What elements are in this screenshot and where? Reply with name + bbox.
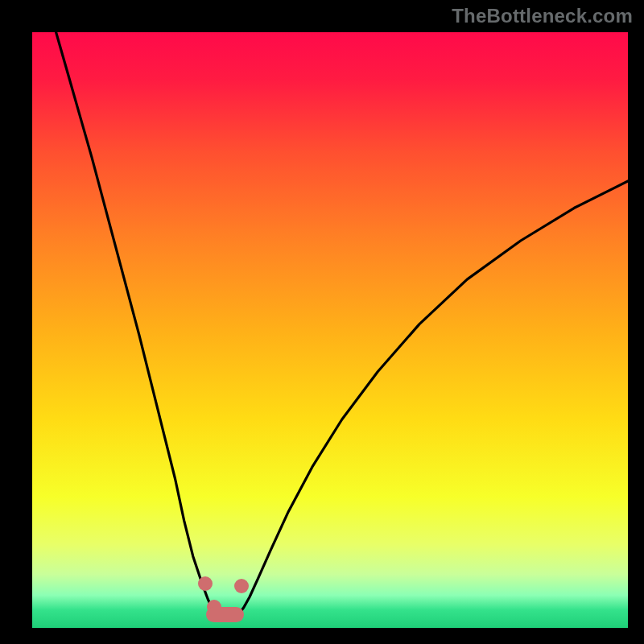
watermark-text: TheBottleneck.com <box>452 5 633 27</box>
chart-frame: TheBottleneck.com <box>0 0 644 644</box>
curve-layer <box>32 32 628 628</box>
bottleneck-curve <box>56 32 628 617</box>
valley-pill-connector <box>206 607 244 622</box>
right-dot <box>234 579 249 593</box>
plot-area <box>32 32 628 628</box>
left-upper-dot <box>198 576 213 591</box>
